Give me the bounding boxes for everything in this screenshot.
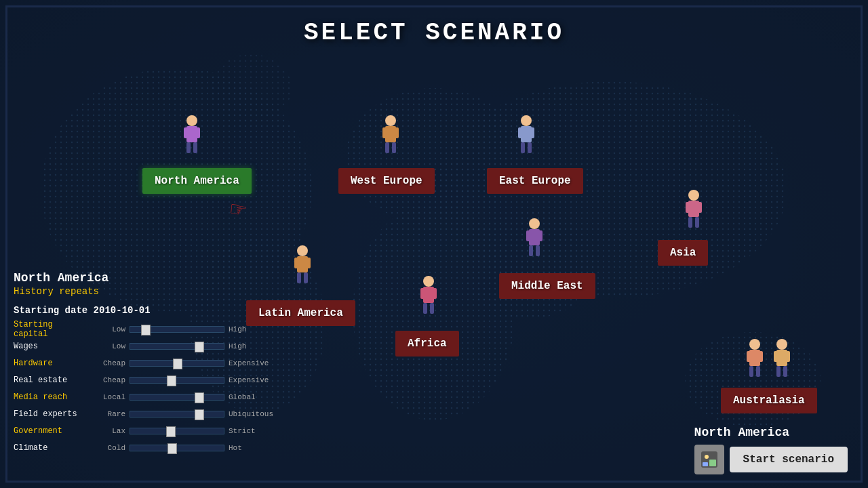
stat-max-0: High xyxy=(229,325,276,333)
svg-rect-57 xyxy=(756,366,760,377)
svg-rect-35 xyxy=(529,229,540,245)
svg-rect-63 xyxy=(783,366,787,377)
svg-point-52 xyxy=(749,339,760,350)
svg-rect-62 xyxy=(776,366,781,377)
stat-track-5[interactable] xyxy=(130,411,224,418)
svg-rect-48 xyxy=(686,202,690,213)
stat-row-2: HardwareCheapExpensive xyxy=(14,357,332,370)
char-australasia-2 xyxy=(770,338,794,384)
stat-min-1: Low xyxy=(88,342,125,350)
char-middle-east xyxy=(522,217,547,263)
stat-label-6: Government xyxy=(14,426,88,436)
svg-point-34 xyxy=(529,218,540,229)
stat-label-4: Media reach xyxy=(14,392,88,402)
scenario-btn-australasia[interactable]: Australasia xyxy=(721,388,817,413)
scenario-subtitle: History repeats xyxy=(14,286,332,297)
stat-row-1: WagesLowHigh xyxy=(14,340,332,353)
svg-rect-55 xyxy=(759,351,763,362)
stat-track-6[interactable] xyxy=(130,428,224,434)
svg-rect-29 xyxy=(297,256,308,272)
svg-point-28 xyxy=(297,245,308,256)
stat-min-4: Local xyxy=(88,393,125,401)
stat-track-7[interactable] xyxy=(130,445,224,451)
svg-rect-25 xyxy=(530,127,534,138)
svg-rect-43 xyxy=(433,288,437,299)
svg-rect-38 xyxy=(529,245,533,256)
scenario-btn-north-america[interactable]: North America xyxy=(142,168,252,194)
stat-label-0: Starting capital xyxy=(14,320,88,339)
stat-min-6: Lax xyxy=(88,427,125,435)
stat-track-4[interactable] xyxy=(130,394,224,401)
stat-row-6: GovernmentLaxStrict xyxy=(14,424,332,438)
scenario-btn-asia[interactable]: Asia xyxy=(658,240,708,266)
stat-min-7: Cold xyxy=(88,444,125,452)
svg-rect-39 xyxy=(536,245,540,256)
scenario-btn-west-europe[interactable]: West Europe xyxy=(338,168,435,194)
char-west-europe xyxy=(378,114,403,160)
svg-rect-27 xyxy=(528,142,532,153)
stat-track-2[interactable] xyxy=(130,360,224,367)
svg-point-10 xyxy=(186,115,197,126)
stat-min-3: Cheap xyxy=(88,376,125,384)
svg-rect-30 xyxy=(294,258,298,268)
char-africa xyxy=(416,274,441,321)
stat-track-3[interactable] xyxy=(130,377,224,384)
page-title: SELECT SCENARIO xyxy=(0,19,868,47)
stat-max-1: High xyxy=(229,342,276,350)
stat-track-0[interactable] xyxy=(130,326,224,333)
stats-list: Starting capitalLowHighWagesLowHighHardw… xyxy=(14,323,332,455)
svg-rect-61 xyxy=(786,351,790,362)
svg-rect-37 xyxy=(538,230,542,241)
stat-row-3: Real estateCheapExpensive xyxy=(14,373,332,387)
svg-rect-51 xyxy=(695,217,699,228)
char-australasia-1 xyxy=(743,338,767,384)
svg-rect-12 xyxy=(184,127,188,138)
svg-rect-36 xyxy=(526,230,530,241)
svg-point-16 xyxy=(385,115,396,126)
svg-rect-47 xyxy=(688,201,699,217)
scenario-btn-africa[interactable]: Africa xyxy=(395,331,459,357)
stat-thumb-7[interactable] xyxy=(167,443,177,454)
stat-label-1: Wages xyxy=(14,342,88,351)
svg-rect-41 xyxy=(423,287,434,303)
stat-max-5: Ubiquitous xyxy=(229,410,276,418)
stat-min-0: Low xyxy=(88,325,125,333)
scenario-btn-east-europe[interactable]: East Europe xyxy=(487,168,583,194)
svg-rect-31 xyxy=(307,258,311,268)
svg-rect-42 xyxy=(420,288,425,299)
svg-rect-66 xyxy=(703,462,708,466)
stat-track-1[interactable] xyxy=(130,343,224,350)
scenario-btn-middle-east[interactable]: Middle East xyxy=(499,273,595,299)
svg-rect-26 xyxy=(521,142,525,153)
start-scenario-button[interactable]: Start scenario xyxy=(730,447,848,472)
svg-rect-54 xyxy=(747,351,751,362)
stat-thumb-1[interactable] xyxy=(195,342,204,352)
svg-point-22 xyxy=(521,115,532,126)
svg-rect-59 xyxy=(776,350,787,366)
char-asia xyxy=(682,188,706,235)
svg-rect-50 xyxy=(688,217,692,228)
stat-thumb-3[interactable] xyxy=(167,375,176,386)
stat-thumb-0[interactable] xyxy=(141,325,151,336)
stat-thumb-2[interactable] xyxy=(173,359,182,369)
svg-rect-13 xyxy=(196,127,200,138)
stat-label-5: Field experts xyxy=(14,409,88,419)
svg-point-46 xyxy=(688,190,699,201)
stat-thumb-4[interactable] xyxy=(195,392,204,403)
stat-row-4: Media reachLocalGlobal xyxy=(14,390,332,404)
svg-rect-14 xyxy=(186,142,191,153)
svg-rect-15 xyxy=(193,142,197,153)
svg-rect-19 xyxy=(395,127,399,138)
starting-date: Starting date 2010-10-01 xyxy=(14,305,332,316)
svg-point-65 xyxy=(705,455,709,459)
svg-rect-56 xyxy=(749,366,753,377)
bottom-region-label: North America xyxy=(694,426,789,439)
stat-thumb-6[interactable] xyxy=(166,426,176,437)
bottom-right-panel: North America Start scenario xyxy=(694,426,848,474)
stat-thumb-5[interactable] xyxy=(195,409,204,420)
svg-rect-23 xyxy=(521,126,532,142)
stat-max-7: Hot xyxy=(229,444,276,452)
stat-label-3: Real estate xyxy=(14,375,88,385)
stat-max-4: Global xyxy=(229,393,276,401)
selected-region-name: North America xyxy=(14,271,332,285)
